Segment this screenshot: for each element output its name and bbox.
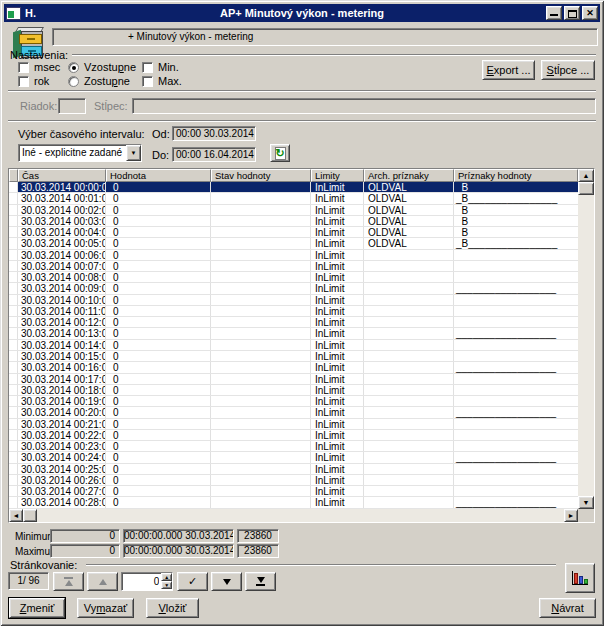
settings-group-label: Nastavenia: (10, 49, 68, 61)
rok-checkbox[interactable] (18, 76, 29, 87)
maximize-button[interactable] (564, 6, 580, 20)
descending-radio[interactable] (68, 76, 79, 87)
table-row[interactable]: 30.03.2014 00:10:00 0 InLimit __________… (9, 295, 578, 306)
header-hodnota[interactable]: Hodnota (106, 169, 211, 182)
scroll-up-button[interactable]: ▲ (578, 169, 594, 182)
table-row[interactable]: 30.03.2014 00:12:00 0 InLimit __________… (9, 317, 578, 328)
delete-button[interactable]: Vymazať (77, 598, 134, 618)
row-indicator-cell (9, 464, 18, 474)
ascending-radio[interactable] (68, 62, 79, 73)
page-spinner[interactable]: ▲ ▼ (121, 572, 173, 591)
page-spinner-input[interactable] (122, 573, 161, 590)
table-row[interactable]: 30.03.2014 00:19:00 0 InLimit __________… (9, 396, 578, 407)
table-row[interactable]: 30.03.2014 00:25:00 0 InLimit __________… (9, 464, 578, 475)
refresh-button[interactable]: ↻ (270, 144, 290, 162)
cell-time: 30.03.2014 00:27:00 (18, 486, 106, 496)
minimum-time-field: 00:00:00.000 30.03.2014 (123, 529, 234, 543)
msec-checkbox-label: msec (34, 61, 60, 73)
vertical-scroll-thumb[interactable] (578, 182, 594, 195)
table-row[interactable]: 30.03.2014 00:28:00 0 InLimit __________… (9, 497, 578, 508)
export-button[interactable]: Export ... (482, 60, 535, 80)
table-row[interactable]: 30.03.2014 00:26:00 0 InLimit __________… (9, 475, 578, 486)
cell-value-flags: __________________ (454, 419, 578, 429)
maximum-value-field: 0 (50, 544, 120, 558)
table-row[interactable]: 30.03.2014 00:07:00 0 InLimit __________… (9, 261, 578, 272)
cell-time: 30.03.2014 00:22:00 (18, 430, 106, 440)
cell-value: 0 (106, 362, 211, 372)
row-indicator-cell (9, 306, 18, 316)
table-row[interactable]: 30.03.2014 00:23:00 0 InLimit __________… (9, 441, 578, 452)
minimize-button[interactable] (546, 6, 562, 20)
header-limity[interactable]: Limity (311, 169, 364, 182)
table-row[interactable]: 30.03.2014 00:13:00 0 InLimit __________… (9, 328, 578, 339)
table-row[interactable]: 30.03.2014 00:11:00 0 InLimit __________… (9, 306, 578, 317)
cell-limits: InLimit (311, 295, 364, 305)
table-row[interactable]: 30.03.2014 00:21:00 0 InLimit __________… (9, 419, 578, 430)
cell-arch-flags (364, 317, 454, 327)
cell-state (211, 317, 311, 327)
scroll-left-button[interactable]: ◄ (9, 509, 23, 522)
cell-limits: InLimit (311, 261, 364, 271)
table-row[interactable]: 30.03.2014 00:18:00 0 InLimit __________… (9, 385, 578, 396)
scroll-right-button[interactable]: ► (564, 509, 578, 522)
spinner-down-button[interactable]: ▼ (161, 581, 172, 589)
cell-value-flags: __________________ (454, 295, 578, 305)
cell-time: 30.03.2014 00:23:00 (18, 441, 106, 451)
from-field[interactable]: 00:00 30.03.2014 (172, 126, 256, 141)
to-field[interactable]: 00:00 16.04.2014 (172, 147, 256, 162)
table-row[interactable]: 30.03.2014 00:22:00 0 InLimit __________… (9, 430, 578, 441)
change-button[interactable]: Zmeniť (9, 598, 65, 618)
cell-state (211, 238, 311, 248)
previous-page-button[interactable] (87, 572, 118, 591)
close-button[interactable]: ✕ (582, 6, 598, 20)
table-row[interactable]: 30.03.2014 00:16:00 0 InLimit __________… (9, 362, 578, 373)
header-arch-priznaky[interactable]: Arch. príznaky (364, 169, 454, 182)
table-row[interactable]: 30.03.2014 00:17:00 0 InLimit __________… (9, 374, 578, 385)
next-page-button[interactable] (211, 572, 242, 591)
cell-time: 30.03.2014 00:15:00 (18, 351, 106, 361)
tree-node-metering[interactable]: + Minutový výkon - metering (52, 28, 598, 46)
table-row[interactable]: 30.03.2014 00:03:00 0 InLimit OLDVAL _B_… (9, 216, 578, 227)
insert-button[interactable]: Vložiť (146, 598, 199, 618)
table-row[interactable]: 30.03.2014 00:06:00 0 InLimit __________… (9, 250, 578, 261)
dropdown-arrow-icon[interactable]: ▼ (126, 145, 141, 161)
horizontal-scroll-thumb[interactable] (23, 509, 37, 522)
horizontal-scrollbar[interactable]: ◄ ► (9, 509, 578, 522)
vertical-scrollbar[interactable]: ▲ ▼ (578, 169, 594, 522)
scroll-down-icon: ▼ (583, 499, 590, 506)
interval-dropdown[interactable]: Iné - explicitne zadané ▼ (18, 144, 142, 162)
columns-button[interactable]: Stĺpce ... (541, 60, 595, 80)
min-checkbox[interactable] (142, 62, 153, 73)
header-cas[interactable]: Čas (18, 169, 106, 182)
horizontal-scroll-track[interactable] (37, 509, 564, 522)
table-row[interactable]: 30.03.2014 00:27:00 0 InLimit __________… (9, 486, 578, 497)
header-priznaky-hodnoty[interactable]: Príznaky hodnoty (454, 169, 578, 182)
table-row[interactable]: 30.03.2014 00:08:00 0 InLimit __________… (9, 272, 578, 283)
table-row[interactable]: 30.03.2014 00:00:00 0 InLimit OLDVAL _B_… (9, 182, 578, 193)
table-row[interactable]: 30.03.2014 00:05:00 0 InLimit OLDVAL _B_… (9, 238, 578, 249)
last-page-button[interactable] (245, 572, 276, 591)
table-row[interactable]: 30.03.2014 00:09:00 0 InLimit __________… (9, 283, 578, 294)
table-row[interactable]: 30.03.2014 00:15:00 0 InLimit __________… (9, 351, 578, 362)
window-title: AP+ Minutový výkon - metering (4, 7, 600, 19)
table-row[interactable]: 30.03.2014 00:02:00 0 InLimit OLDVAL _B_… (9, 205, 578, 216)
scroll-down-button[interactable]: ▼ (578, 496, 594, 509)
table-row[interactable]: 30.03.2014 00:14:00 0 InLimit __________… (9, 340, 578, 351)
max-checkbox[interactable] (142, 76, 153, 87)
table-row[interactable]: 30.03.2014 00:24:00 0 InLimit __________… (9, 452, 578, 463)
spinner-up-button[interactable]: ▲ (161, 573, 172, 581)
msec-checkbox[interactable] (18, 62, 29, 73)
cell-time: 30.03.2014 00:14:00 (18, 340, 106, 350)
back-button[interactable]: Návrat (539, 598, 596, 618)
table-row[interactable]: 30.03.2014 00:20:00 0 InLimit __________… (9, 407, 578, 418)
chart-button[interactable] (565, 563, 595, 593)
cell-value: 0 (106, 216, 211, 226)
cell-value-flags: _B________________ (454, 227, 578, 237)
vertical-scroll-track[interactable] (578, 195, 594, 496)
table-row[interactable]: 30.03.2014 00:01:00 0 InLimit OLDVAL _B_… (9, 193, 578, 204)
header-stav-hodnoty[interactable]: Stav hodnoty (211, 169, 311, 182)
table-row[interactable]: 30.03.2014 00:04:00 0 InLimit OLDVAL _B_… (9, 227, 578, 238)
go-to-page-button[interactable]: ✓ (177, 572, 208, 591)
first-page-button[interactable] (53, 572, 84, 591)
cell-value: 0 (106, 205, 211, 215)
